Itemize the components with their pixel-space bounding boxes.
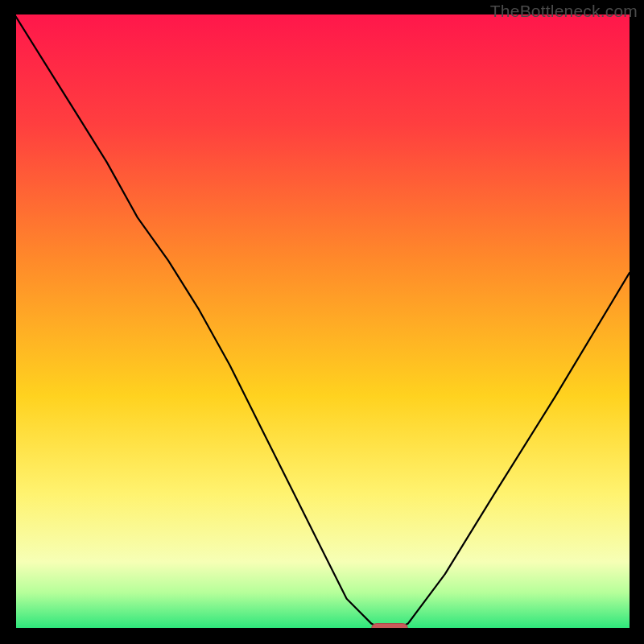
watermark-text: TheBottleneck.com xyxy=(490,2,638,21)
optimal-marker xyxy=(371,623,408,630)
chart-container: TheBottleneck.com xyxy=(0,0,644,644)
plot-area xyxy=(14,14,630,630)
bottleneck-curve xyxy=(14,14,630,630)
